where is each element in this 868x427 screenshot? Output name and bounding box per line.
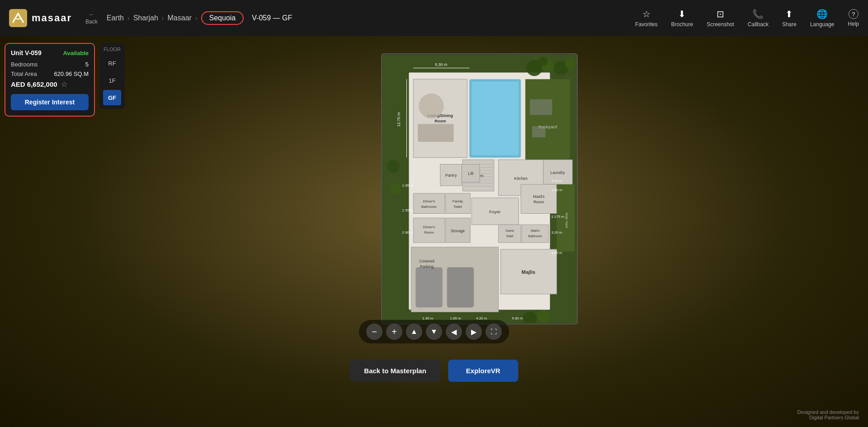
svg-text:Room: Room: [424, 230, 434, 235]
share-label: Share: [782, 21, 797, 28]
svg-text:1.80 m: 1.80 m: [551, 188, 562, 192]
price-value: AED 6,652,000: [11, 80, 57, 88]
svg-text:2.275 m: 2.275 m: [551, 215, 564, 219]
area-value: 620.96 SQ.M: [54, 70, 89, 77]
breadcrumb-sharjah[interactable]: Sharjah: [133, 14, 158, 22]
svg-point-70: [387, 160, 399, 173]
register-interest-button[interactable]: Register Interest: [11, 94, 89, 110]
svg-point-71: [390, 183, 401, 194]
svg-text:Laundry: Laundry: [550, 170, 565, 175]
svg-text:Pantry: Pantry: [445, 173, 457, 178]
svg-text:Toilet: Toilet: [453, 204, 462, 208]
breadcrumb: Earth › Sharjah › Masaar › Sequoia V-059…: [107, 11, 635, 25]
svg-text:3.20 m: 3.20 m: [551, 230, 562, 235]
logo-text: masaar: [32, 12, 72, 24]
unit-id: Unit V-059: [11, 49, 42, 56]
svg-rect-12: [529, 99, 552, 115]
svg-text:Guest: Guest: [505, 229, 514, 232]
svg-text:Room: Room: [434, 119, 446, 123]
bedrooms-row: Bedrooms 5: [11, 61, 89, 68]
breadcrumb-masaar[interactable]: Masaar: [168, 14, 192, 22]
svg-rect-9: [418, 124, 453, 142]
svg-rect-50: [498, 225, 521, 243]
help-icon: ?: [849, 9, 859, 19]
price-row: AED 6,652,000 ☆: [11, 80, 89, 89]
svg-text:Foyer: Foyer: [489, 209, 501, 214]
breadcrumb-sequoia[interactable]: Sequoia: [201, 11, 244, 25]
svg-text:Family: Family: [452, 199, 462, 203]
floor-rf-button[interactable]: RF: [103, 56, 121, 71]
svg-text:Side Yard: Side Yard: [565, 212, 569, 228]
floor-plan-svg: Living/Dining Room Backyard Stairs: [381, 53, 578, 324]
svg-text:Driver's: Driver's: [423, 199, 435, 203]
screenshot-label: Screenshot: [707, 21, 734, 28]
floor-gf-button[interactable]: GF: [103, 90, 121, 105]
back-button[interactable]: ← Back: [85, 11, 98, 25]
breadcrumb-earth[interactable]: Earth: [107, 14, 124, 22]
unit-header: Unit V-059 Available: [11, 49, 89, 56]
svg-text:Lift: Lift: [468, 171, 473, 176]
breadcrumb-sep-3: ›: [195, 14, 198, 22]
bedrooms-value: 5: [85, 61, 89, 68]
header: masaar ← Back Earth › Sharjah › Masaar ›…: [0, 0, 868, 36]
favorite-star-icon[interactable]: ☆: [61, 80, 67, 89]
svg-rect-32: [413, 193, 444, 213]
screenshot-action[interactable]: ⊡ Screenshot: [707, 9, 734, 28]
svg-text:Majlis: Majlis: [521, 269, 535, 275]
help-action[interactable]: ? Help: [848, 9, 859, 27]
svg-rect-35: [445, 193, 470, 213]
svg-point-66: [565, 58, 576, 69]
area-row: Total Area 620.96 SQ.M: [11, 70, 89, 77]
back-masterplan-button[interactable]: Back to Masterplan: [349, 360, 441, 382]
language-icon: 🌐: [816, 9, 828, 19]
brochure-action[interactable]: ⬇ Brochure: [671, 9, 693, 28]
svg-rect-4: [472, 81, 519, 155]
svg-text:Bathroom: Bathroom: [528, 235, 542, 238]
breadcrumb-unit: V-059 — GF: [252, 14, 292, 22]
svg-text:5.60 m: 5.60 m: [512, 316, 523, 320]
svg-text:Driver's: Driver's: [423, 225, 435, 229]
explore-vr-button[interactable]: ExploreVR: [448, 360, 519, 382]
floor-label: FLOOR: [104, 47, 121, 52]
favorites-icon: ☆: [642, 9, 651, 19]
language-action[interactable]: 🌐 Language: [810, 9, 834, 28]
pan-down-button[interactable]: ▼: [426, 324, 442, 340]
svg-text:Covered: Covered: [419, 259, 434, 263]
favorites-action[interactable]: ☆ Favorites: [635, 9, 657, 28]
floor-plan-viewport: Living/Dining Room Backyard Stairs: [253, 38, 705, 339]
area-label: Total Area: [11, 70, 37, 77]
footer-line1: Designed and developed by: [797, 409, 859, 415]
callback-action[interactable]: 📞 Callback: [748, 9, 769, 28]
svg-text:1.55 m: 1.55 m: [402, 208, 413, 212]
screenshot-icon: ⊡: [717, 9, 724, 19]
svg-rect-59: [415, 267, 442, 307]
back-arrow-icon: ←: [89, 11, 94, 18]
svg-text:Maid's: Maid's: [533, 194, 545, 198]
svg-text:Parking: Parking: [420, 264, 433, 269]
pan-left-button[interactable]: ◀: [446, 324, 462, 340]
fullscreen-button[interactable]: ⛶: [486, 324, 502, 340]
favorites-label: Favorites: [635, 21, 657, 28]
brochure-label: Brochure: [671, 21, 693, 28]
svg-text:4.00 m: 4.00 m: [551, 250, 562, 254]
logo-area: masaar: [9, 9, 72, 27]
svg-rect-0: [9, 9, 27, 27]
pan-up-button[interactable]: ▲: [406, 324, 422, 340]
svg-rect-13: [532, 126, 545, 137]
pan-right-button[interactable]: ▶: [466, 324, 482, 340]
logo-icon: [9, 9, 27, 27]
language-label: Language: [810, 21, 834, 28]
floor-1f-button[interactable]: 1F: [103, 73, 121, 88]
zoom-in-button[interactable]: +: [386, 324, 402, 340]
svg-text:3.70 m: 3.70 m: [551, 179, 562, 183]
share-icon: ⬆: [785, 9, 793, 19]
callback-label: Callback: [748, 21, 769, 28]
svg-text:Room: Room: [533, 199, 544, 204]
breadcrumb-sep-1: ›: [127, 14, 130, 22]
floor-selector: FLOOR RF 1F GF: [99, 43, 125, 109]
bottom-actions: Back to Masterplan ExploreVR: [349, 360, 518, 382]
share-action[interactable]: ⬆ Share: [782, 9, 797, 28]
zoom-out-button[interactable]: −: [366, 324, 382, 340]
callback-icon: 📞: [752, 9, 764, 19]
svg-point-69: [537, 310, 549, 323]
